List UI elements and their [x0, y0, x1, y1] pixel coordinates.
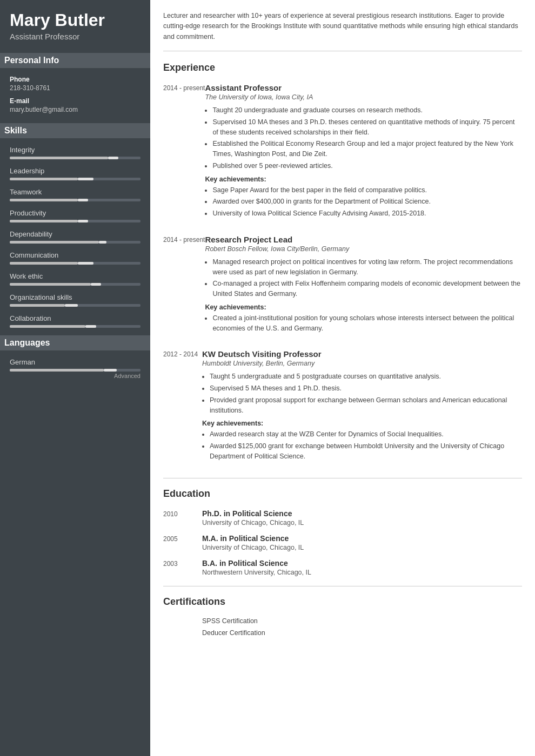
languages-list: German Advanced: [10, 358, 141, 379]
edu-date: 2003: [163, 559, 202, 576]
exp-body: Assistant Professor The University of Io…: [205, 83, 522, 223]
skill-bar-fill: [10, 241, 99, 244]
education-section-title: Education: [163, 488, 522, 502]
achievements-bullets: Created a joint-institutional position f…: [205, 313, 522, 334]
experience-entry: 2012 - 2014 KW Deutsch Visiting Professo…: [163, 349, 522, 465]
language-bar-fill: [10, 369, 104, 372]
edu-degree: B.A. in Political Science: [202, 559, 311, 568]
edu-degree: M.A. in Political Science: [202, 534, 304, 543]
exp-bullet: Established the Political Economy Resear…: [212, 139, 522, 159]
exp-bullet: Supervised 10 MA theses and 3 Ph.D. thes…: [212, 117, 522, 138]
phone-value: 218-310-8761: [10, 84, 141, 92]
skill-bar-fill: [10, 325, 85, 328]
main-content: Lecturer and researcher with 10+ years o…: [150, 0, 535, 756]
exp-bullet: Taught 5 undergraduate and 5 postgraduat…: [210, 372, 522, 382]
certifications-section-title: Certifications: [163, 596, 522, 610]
skill-bar-accent: [85, 325, 96, 328]
education-entry: 2010 Ph.D. in Political Science Universi…: [163, 509, 522, 526]
achievement-bullet: University of Iowa Political Science Fac…: [212, 208, 522, 219]
exp-bullet: Managed research project on political in…: [212, 257, 522, 278]
skill-bar-accent: [78, 199, 88, 201]
languages-section-title: Languages: [0, 335, 150, 350]
exp-job-title: Research Project Lead: [205, 235, 522, 244]
certification-entry: Deducer Certification: [163, 629, 522, 637]
personal-info-section-title: Personal Info: [0, 53, 150, 68]
exp-body: KW Deutsch Visiting Professor Humboldt U…: [202, 349, 522, 465]
skill-name: Integrity: [10, 146, 141, 154]
education-entry: 2005 M.A. in Political Science Universit…: [163, 534, 522, 551]
resume-container: Mary Butler Assistant Professor Personal…: [0, 0, 535, 756]
skill-bar: [10, 178, 141, 180]
exp-date: 2014 - present: [163, 235, 205, 338]
experience-entry: 2014 - present Research Project Lead Rob…: [163, 235, 522, 338]
skill-bar-accent: [78, 262, 93, 265]
skill-bar: [10, 199, 141, 201]
certifications-list: SPSS Certification Deducer Certification: [163, 617, 522, 637]
achievement-bullet: Sage Paper Award for the best paper in t…: [212, 185, 522, 195]
cert-name: Deducer Certification: [202, 629, 265, 637]
sidebar: Mary Butler Assistant Professor Personal…: [0, 0, 150, 756]
skill-bar: [10, 325, 141, 328]
skill-name: Work ethic: [10, 272, 141, 280]
exp-date: 2014 - present: [163, 83, 205, 223]
exp-bullet: Taught 20 undergraduate and graduate cou…: [212, 105, 522, 116]
cert-date: [163, 629, 202, 637]
skill-bar: [10, 262, 141, 265]
achievement-bullet: Awarded $125,000 grant for exchange betw…: [210, 441, 522, 462]
exp-date: 2012 - 2014: [163, 349, 202, 465]
skill-name: Dependability: [10, 230, 141, 238]
skill-item: Productivity: [10, 209, 141, 222]
skill-bar-fill: [10, 199, 78, 201]
skill-bar-accent: [78, 220, 88, 222]
skill-bar-fill: [10, 304, 65, 307]
exp-bullets: Taught 5 undergraduate and 5 postgraduat…: [202, 372, 522, 415]
education-entry: 2003 B.A. in Political Science Northwest…: [163, 559, 522, 576]
exp-bullet: Provided grant proposal support for exch…: [210, 395, 522, 416]
edu-date: 2005: [163, 534, 202, 551]
skill-bar-accent: [108, 157, 118, 159]
skill-bar-fill: [10, 157, 108, 159]
exp-org: Robert Bosch Fellow, Iowa City/Berlin, G…: [205, 245, 522, 253]
skill-bar-accent: [99, 241, 107, 244]
sidebar-name: Mary Butler: [10, 11, 141, 30]
sidebar-job-title: Assistant Professor: [10, 32, 141, 41]
key-achievements-label: Key achievements:: [205, 176, 522, 183]
skill-bar-fill: [10, 262, 78, 265]
skill-item: Collaboration: [10, 314, 141, 328]
skill-bar: [10, 283, 141, 286]
exp-job-title: KW Deutsch Visiting Professor: [202, 349, 522, 359]
experience-list: 2014 - present Assistant Professor The U…: [163, 83, 522, 466]
skill-bar-accent: [65, 304, 78, 307]
skills-section-title: Skills: [0, 123, 150, 138]
skill-name: Organizational skills: [10, 293, 141, 301]
skill-item: Dependability: [10, 230, 141, 244]
skill-bar-fill: [10, 220, 78, 222]
achievement-bullet: Awarded over $400,000 in grants for the …: [212, 197, 522, 207]
exp-bullet: Supervised 5 MA theses and 1 Ph.D. thesi…: [210, 383, 522, 394]
achievements-bullets: Awarded research stay at the WZB Center …: [202, 429, 522, 461]
edu-body: B.A. in Political Science Northwestern U…: [202, 559, 311, 576]
skill-item: Integrity: [10, 146, 141, 159]
language-name: German: [10, 358, 141, 366]
language-item: German Advanced: [10, 358, 141, 379]
edu-date: 2010: [163, 509, 202, 526]
skills-list: Integrity Leadership Teamwork Productivi…: [10, 146, 141, 328]
skill-item: Work ethic: [10, 272, 141, 286]
edu-body: Ph.D. in Political Science University of…: [202, 509, 304, 526]
skill-bar: [10, 241, 141, 244]
exp-body: Research Project Lead Robert Bosch Fello…: [205, 235, 522, 338]
cert-date: [163, 617, 202, 625]
skill-name: Collaboration: [10, 314, 141, 322]
experience-entry: 2014 - present Assistant Professor The U…: [163, 83, 522, 223]
experience-section-title: Experience: [163, 62, 522, 76]
edu-school: University of Chicago, Chicago, IL: [202, 519, 304, 526]
language-level: Advanced: [10, 373, 141, 379]
exp-job-title: Assistant Professor: [205, 83, 522, 92]
skill-name: Leadership: [10, 167, 141, 175]
skill-bar-accent: [78, 178, 93, 180]
skill-bar: [10, 220, 141, 222]
key-achievements-label: Key achievements:: [205, 303, 522, 311]
skill-name: Productivity: [10, 209, 141, 217]
skill-bar: [10, 304, 141, 307]
language-bar-accent: [104, 369, 117, 372]
